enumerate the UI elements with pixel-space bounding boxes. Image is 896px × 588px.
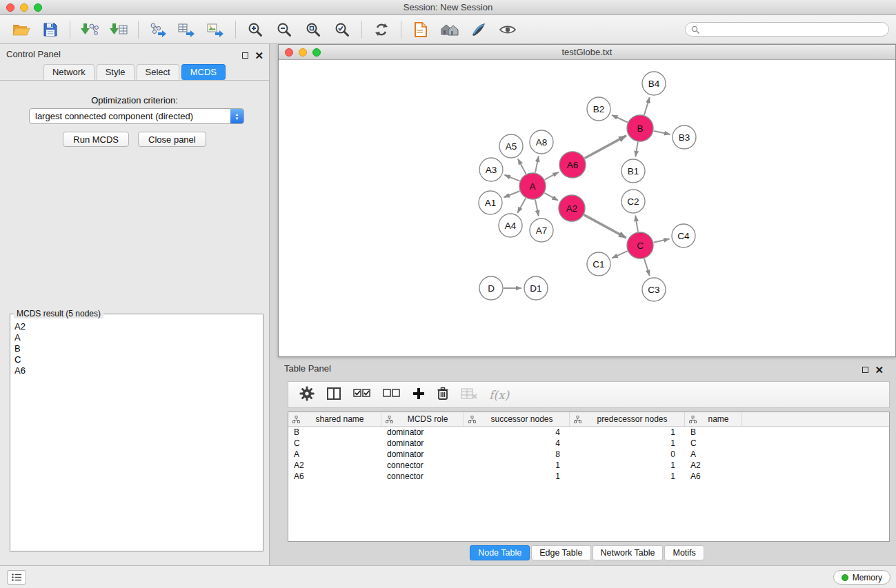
edge-C-C4[interactable] <box>654 239 670 243</box>
app-titlebar[interactable]: Session: New Session <box>0 0 896 15</box>
table-panel-close-button[interactable]: ✕ <box>875 366 884 374</box>
graph-node-B4[interactable]: B4 <box>642 72 666 95</box>
column-header-MCDS-role[interactable]: MCDS role <box>381 412 464 426</box>
graph-node-A2[interactable]: A2 <box>559 195 585 221</box>
graph-node-B3[interactable]: B3 <box>673 125 696 149</box>
edge-A-A1[interactable] <box>504 191 520 197</box>
tab-mcds[interactable]: MCDS <box>181 64 226 80</box>
select-all-button[interactable] <box>353 387 371 403</box>
search-input[interactable] <box>685 22 889 37</box>
delete-column-button[interactable] <box>437 387 449 403</box>
graph-node-C3[interactable]: C3 <box>642 278 666 301</box>
graph-node-A5[interactable]: A5 <box>499 134 523 158</box>
column-header-successor-nodes[interactable]: successor nodes <box>464 412 570 426</box>
tab-motifs[interactable]: Motifs <box>664 545 704 560</box>
apply-style-button[interactable] <box>464 17 493 42</box>
control-panel-float-button[interactable] <box>242 49 248 61</box>
graph-node-A3[interactable]: A3 <box>479 158 503 181</box>
graph-node-D1[interactable]: D1 <box>524 276 548 300</box>
close-panel-button[interactable]: Close panel <box>138 132 206 147</box>
edge-A-A5[interactable] <box>518 159 526 174</box>
network-window-titlebar[interactable]: testGlobe.txt <box>279 45 895 60</box>
zoom-selected-button[interactable] <box>328 17 357 42</box>
edge-B-B1[interactable] <box>635 142 638 157</box>
edge-A-A8[interactable] <box>535 156 539 173</box>
import-network-button[interactable] <box>75 17 104 42</box>
zoom-in-button[interactable] <box>241 17 270 42</box>
export-network-button[interactable] <box>143 17 172 42</box>
graph-node-A[interactable]: A <box>519 173 546 199</box>
delete-table-button[interactable] <box>461 387 477 403</box>
network-canvas[interactable]: B4B2BB3A5A8A6B1A3AC2A1A2A4A7C4CC1C3DD1 <box>279 60 895 356</box>
tab-network-table[interactable]: Network Table <box>593 545 664 560</box>
graph-node-A1[interactable]: A1 <box>479 191 502 214</box>
edge-A-A6[interactable] <box>545 172 559 180</box>
edge-C-C3[interactable] <box>644 258 650 276</box>
graph-node-C4[interactable]: C4 <box>672 224 695 247</box>
refresh-view-button[interactable] <box>367 17 396 42</box>
edge-B-B2[interactable] <box>612 115 628 123</box>
list-item[interactable]: B <box>14 343 263 354</box>
list-item[interactable]: A2 <box>14 321 263 332</box>
graph-node-B1[interactable]: B1 <box>621 159 645 183</box>
table-settings-button[interactable] <box>299 386 315 404</box>
control-panel-close-button[interactable]: ✕ <box>255 52 263 59</box>
open-session-button[interactable] <box>7 17 36 42</box>
table-row[interactable]: A6connector11A6 <box>288 471 889 482</box>
edge-A6-B[interactable] <box>585 136 626 159</box>
import-table-button[interactable] <box>104 17 133 42</box>
task-history-button[interactable] <box>7 570 26 585</box>
edge-A2-C[interactable] <box>584 215 626 238</box>
home-button[interactable] <box>435 17 464 42</box>
table-panel-float-button[interactable] <box>862 363 868 376</box>
table-row[interactable]: Adominator80A <box>288 449 889 460</box>
edge-C-C1[interactable] <box>612 251 628 258</box>
graph-node-C2[interactable]: C2 <box>621 190 645 213</box>
edge-A-A7[interactable] <box>535 200 539 216</box>
zoom-fit-button[interactable] <box>299 17 328 42</box>
edge-A-A3[interactable] <box>505 175 520 181</box>
add-column-button[interactable] <box>412 387 425 403</box>
graph-node-B[interactable]: B <box>627 115 653 141</box>
show-graphics-button[interactable] <box>493 17 522 42</box>
export-table-button[interactable] <box>172 17 201 42</box>
network-graph[interactable]: B4B2BB3A5A8A6B1A3AC2A1A2A4A7C4CC1C3DD1 <box>279 60 895 356</box>
edge-B-B3[interactable] <box>654 131 670 134</box>
graph-node-A4[interactable]: A4 <box>499 214 522 237</box>
tab-network[interactable]: Network <box>43 64 94 80</box>
report-button[interactable] <box>406 17 435 42</box>
graph-node-A6[interactable]: A6 <box>559 152 586 178</box>
show-columns-button[interactable] <box>326 387 341 403</box>
memory-button[interactable]: Memory <box>833 570 890 585</box>
tab-select[interactable]: Select <box>137 64 179 80</box>
graph-node-C1[interactable]: C1 <box>587 252 610 276</box>
column-header-name[interactable]: name <box>685 412 742 426</box>
graph-node-A7[interactable]: A7 <box>530 219 553 242</box>
function-builder-button[interactable]: f(x) <box>489 388 509 402</box>
export-image-button[interactable] <box>201 17 230 42</box>
run-mcds-button[interactable]: Run MCDS <box>63 132 129 147</box>
tab-edge-table[interactable]: Edge Table <box>531 545 590 560</box>
list-item[interactable]: A <box>14 332 263 343</box>
table-row[interactable]: A2connector11A2 <box>288 460 889 471</box>
list-item[interactable]: C <box>14 354 263 365</box>
deselect-all-button[interactable] <box>383 387 401 403</box>
graph-node-A8[interactable]: A8 <box>530 130 553 154</box>
graph-node-B2[interactable]: B2 <box>587 97 610 121</box>
edge-A-A4[interactable] <box>517 198 526 212</box>
list-item[interactable]: A6 <box>14 365 263 376</box>
column-header-shared-name[interactable]: shared name <box>288 412 381 426</box>
table-row[interactable]: Cdominator41C <box>288 438 889 449</box>
tab-style[interactable]: Style <box>97 64 135 80</box>
edge-C-C2[interactable] <box>635 216 638 232</box>
graph-node-D[interactable]: D <box>479 276 503 300</box>
table-row[interactable]: Bdominator41B <box>288 427 889 438</box>
edge-B-B4[interactable] <box>644 97 650 115</box>
tab-node-table[interactable]: Node Table <box>470 545 530 560</box>
edge-A-A2[interactable] <box>544 193 558 201</box>
zoom-out-button[interactable] <box>270 17 299 42</box>
graph-node-C[interactable]: C <box>627 232 653 258</box>
save-session-button[interactable] <box>36 17 65 42</box>
column-header-predecessor-nodes[interactable]: predecessor nodes <box>570 412 685 426</box>
optimization-criterion-dropdown[interactable]: largest connected component (directed) ▲… <box>29 108 244 124</box>
